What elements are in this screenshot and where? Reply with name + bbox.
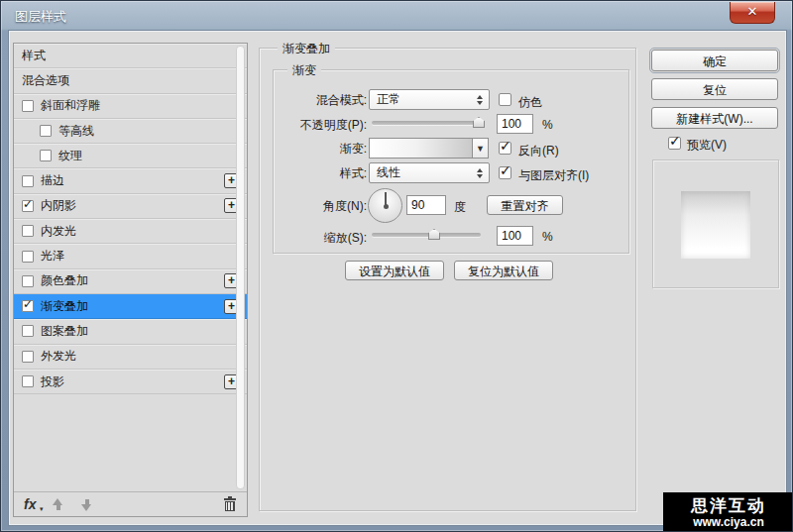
texture-checkbox[interactable]	[40, 150, 52, 161]
sidebar-item-pattern-overlay[interactable]: 图案叠加	[14, 319, 247, 344]
check-icon: ✓	[500, 138, 511, 154]
inner-shadow-checkbox[interactable]: ✓	[22, 200, 34, 212]
gradient-label: 渐变:	[276, 141, 367, 157]
contour-checkbox[interactable]	[40, 125, 52, 137]
item-label: 纹理	[58, 148, 82, 164]
sidebar-item-styles[interactable]: 样式	[14, 44, 247, 68]
check-icon: ✓	[500, 162, 511, 178]
close-icon[interactable]: ✕	[730, 2, 775, 24]
trash-icon[interactable]	[223, 497, 237, 512]
pattern-overlay-checkbox[interactable]	[22, 325, 34, 337]
move-down-icon[interactable]	[80, 498, 93, 511]
satin-checkbox[interactable]	[22, 251, 34, 263]
set-default-button[interactable]: 设置为默认值	[345, 261, 444, 280]
subgroup-title: 渐变	[287, 62, 321, 79]
stroke-checkbox[interactable]	[22, 175, 34, 187]
opacity-unit: %	[542, 118, 553, 132]
item-label: 样式	[22, 48, 46, 64]
angle-dial[interactable]	[368, 188, 402, 223]
dialog-content: 样式 混合选项 斜面和浮雕 等高线 纹理	[8, 30, 787, 526]
reverse-checkbox[interactable]: ✓	[499, 142, 511, 155]
color-overlay-checkbox[interactable]	[22, 275, 34, 287]
style-list: 样式 混合选项 斜面和浮雕 等高线 纹理	[14, 44, 247, 491]
reverse-label: 反向(R)	[518, 143, 559, 160]
scale-slider-track[interactable]	[372, 233, 481, 237]
style-select[interactable]: 线性	[369, 162, 490, 183]
watermark: 思洋互动 www.ciya.cn	[663, 492, 793, 532]
watermark-url: www.ciya.cn	[693, 515, 764, 529]
scale-slider-thumb[interactable]	[428, 229, 440, 240]
sidebar-item-bevel-emboss[interactable]: 斜面和浮雕	[14, 94, 247, 119]
titlebar[interactable]: 图层样式 ✕	[1, 1, 792, 31]
opacity-slider-thumb[interactable]	[473, 117, 485, 128]
sidebar-item-gradient-overlay[interactable]: ✓ 渐变叠加 +	[14, 294, 247, 319]
caret-down-icon: ▾	[40, 505, 44, 513]
sidebar-item-color-overlay[interactable]: 颜色叠加 +	[14, 269, 247, 294]
item-label: 图案叠加	[41, 323, 88, 340]
scale-label: 缩放(S):	[276, 230, 367, 246]
fx-menu-button[interactable]: fx▾	[24, 496, 36, 512]
outer-glow-checkbox[interactable]	[22, 351, 34, 363]
layer-style-dialog: 图层样式 ✕ 样式 混合选项 斜面和浮雕 等高线	[0, 0, 793, 532]
sidebar-item-drop-shadow[interactable]: 投影 +	[14, 370, 247, 394]
sidebar-toolbar: fx▾	[14, 491, 247, 516]
preview-checkbox[interactable]: ✓	[668, 137, 681, 150]
angle-label: 角度(N):	[276, 198, 367, 214]
check-icon: ✓	[23, 197, 33, 211]
sidebar-item-outer-glow[interactable]: 外发光	[14, 345, 247, 370]
item-label: 渐变叠加	[41, 298, 88, 315]
spinner-icon	[477, 95, 483, 105]
style-preview-box	[652, 160, 779, 288]
reset-button[interactable]: 复位	[651, 78, 778, 100]
item-label: 投影	[41, 373, 64, 390]
blend-mode-label: 混合模式:	[276, 92, 367, 108]
inner-glow-checkbox[interactable]	[22, 225, 34, 237]
item-label: 混合选项	[22, 72, 69, 89]
sidebar-item-contour[interactable]: 等高线	[14, 119, 247, 144]
watermark-name: 思洋互动	[691, 497, 766, 515]
spinner-icon	[477, 168, 483, 178]
sidebar-item-inner-shadow[interactable]: ✓ 内阴影 +	[14, 194, 247, 219]
dialog-title: 图层样式	[15, 8, 66, 26]
sidebar-item-stroke[interactable]: 描边 +	[14, 168, 247, 193]
item-label: 等高线	[58, 123, 94, 140]
opacity-input[interactable]	[497, 114, 533, 134]
opacity-label: 不透明度(P):	[276, 117, 367, 133]
item-label: 光泽	[41, 248, 64, 265]
item-label: 内发光	[41, 223, 76, 240]
check-icon: ✓	[23, 297, 33, 311]
sidebar-item-inner-glow[interactable]: 内发光	[14, 219, 247, 244]
bevel-emboss-checkbox[interactable]	[22, 100, 34, 112]
reset-default-button[interactable]: 复位为默认值	[454, 261, 553, 280]
move-up-icon[interactable]	[52, 498, 64, 511]
preview-label: 预览(V)	[687, 137, 727, 154]
sidebar-item-blending-options[interactable]: 混合选项	[14, 68, 247, 93]
gradient-subgroup: 渐变 混合模式: 正常 仿色 不透明度(P): % 渐变: ▼	[273, 69, 629, 254]
style-list-panel: 样式 混合选项 斜面和浮雕 等高线 纹理	[13, 43, 248, 517]
scale-input[interactable]	[497, 226, 533, 246]
item-label: 描边	[41, 172, 64, 189]
angle-input[interactable]	[406, 195, 446, 215]
item-label: 内阴影	[41, 197, 76, 214]
style-label: 样式:	[276, 165, 367, 181]
reset-alignment-button[interactable]: 重置对齐	[487, 195, 563, 215]
gradient-overlay-checkbox[interactable]: ✓	[22, 300, 34, 312]
item-label: 外发光	[41, 348, 76, 365]
sidebar-item-satin[interactable]: 光泽	[14, 244, 247, 268]
align-layer-checkbox[interactable]: ✓	[499, 166, 511, 179]
blend-mode-value: 正常	[377, 91, 400, 108]
drop-shadow-checkbox[interactable]	[22, 375, 34, 387]
ok-button[interactable]: 确定	[651, 50, 778, 71]
align-layer-label: 与图层对齐(I)	[518, 167, 589, 184]
sidebar-item-texture[interactable]: 纹理	[14, 144, 247, 168]
gradient-picker-arrow-icon[interactable]: ▼	[472, 138, 489, 159]
scale-unit: %	[542, 230, 553, 244]
new-style-button[interactable]: 新建样式(W)...	[651, 107, 778, 129]
gradient-swatch[interactable]	[369, 138, 473, 159]
sidebar-scrollbar[interactable]	[236, 46, 245, 489]
opacity-slider-track[interactable]	[372, 121, 485, 125]
dial-hub	[384, 204, 389, 209]
blend-mode-select[interactable]: 正常	[369, 89, 490, 110]
gradient-preview-thumbnail	[681, 191, 750, 259]
dither-checkbox[interactable]	[499, 93, 511, 106]
